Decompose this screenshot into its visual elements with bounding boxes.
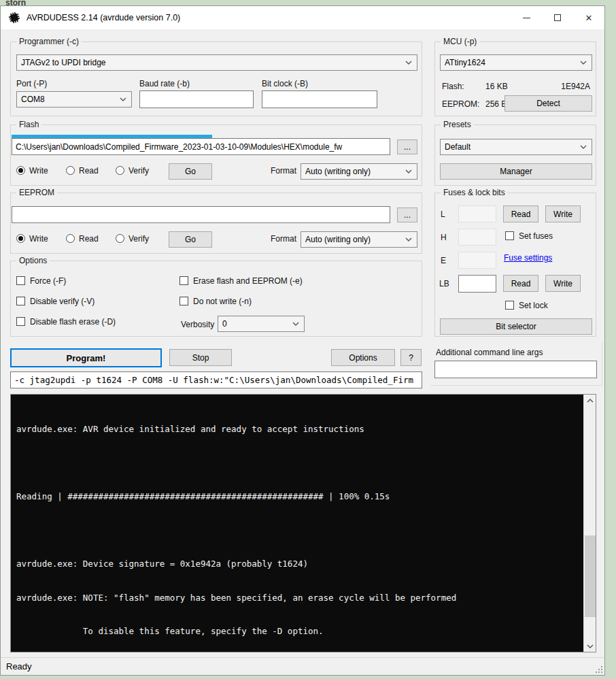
presets-select[interactable]: Default <box>440 139 592 155</box>
mcu-eeprom-size: 256 B <box>485 99 507 109</box>
bit-clock-label: Bit clock (-B) <box>262 79 308 88</box>
console-text: avrdude.exe: AVR device initialized and … <box>16 401 579 652</box>
port-select[interactable]: COM8 <box>16 91 132 107</box>
presets-legend: Presets <box>441 120 474 129</box>
lock-read-button[interactable]: Read <box>503 275 538 292</box>
do-not-write-checkbox[interactable] <box>179 297 188 305</box>
cmdline-preview-input[interactable] <box>10 371 422 388</box>
erase-flash-eeprom-label: Erase flash and EEPROM (-e) <box>193 276 303 286</box>
scrollbar-thumb[interactable] <box>585 535 596 617</box>
eeprom-read-label: Read <box>79 234 99 244</box>
programmer-select[interactable]: JTAGv2 to UPDI bridge <box>16 54 417 71</box>
resize-grip-icon[interactable] <box>596 666 602 673</box>
set-lock-checkbox[interactable] <box>505 301 514 310</box>
titlebar[interactable]: AVRDUDESS 2.14 (avrdude version 7.0) ✕ <box>1 6 604 29</box>
fuse-write-button[interactable]: Write <box>545 205 581 222</box>
chevron-up-icon <box>587 399 594 403</box>
mcu-eeprom-label: EEPROM: <box>442 99 479 109</box>
eeprom-write-label: Write <box>29 234 48 244</box>
console-line: avrdude.exe: Device signature = 0x1e942a… <box>16 559 579 570</box>
program-button[interactable]: Program! <box>10 348 162 367</box>
maximize-button[interactable] <box>542 6 573 29</box>
detect-button[interactable]: Detect <box>504 95 592 112</box>
flash-format-select[interactable]: Auto (writing only) <box>301 163 417 180</box>
status-bar: Ready <box>1 657 604 675</box>
help-button[interactable]: ? <box>400 349 422 366</box>
window-title: AVRDUDESS 2.14 (avrdude version 7.0) <box>27 13 180 22</box>
verbosity-select[interactable]: 0 <box>218 316 305 332</box>
eeprom-read-radio[interactable] <box>66 234 75 243</box>
console-line: avrdude.exe: NOTE: "flash" memory has be… <box>16 593 579 604</box>
port-label: Port (-P) <box>16 79 47 88</box>
fuse-settings-link[interactable]: Fuse settings <box>504 253 552 263</box>
disable-verify-label: Disable verify (-V) <box>30 297 95 306</box>
eeprom-legend: EEPROM <box>16 188 57 197</box>
fuse-read-button[interactable]: Read <box>503 205 538 222</box>
console-line: avrdude.exe: AVR device initialized and … <box>16 424 579 435</box>
erase-flash-eeprom-checkbox[interactable] <box>179 276 188 285</box>
status-text: Ready <box>6 661 32 672</box>
flash-file-input[interactable] <box>12 138 390 155</box>
lockbits-input[interactable] <box>458 275 496 293</box>
flash-legend: Flash <box>16 120 41 129</box>
eeprom-format-value: Auto (writing only) <box>305 235 371 244</box>
presets-group: Presets Default Manager <box>434 125 596 186</box>
mcu-select[interactable]: ATtiny1624 <box>440 54 592 71</box>
flash-verify-label: Verify <box>129 166 149 176</box>
console-output[interactable]: avrdude.exe: AVR device initialized and … <box>10 394 596 652</box>
options-group: Options Force (-F) Disable verify (-V) D… <box>10 261 422 337</box>
fuse-e-input <box>458 252 496 269</box>
flash-format-label: Format <box>271 166 296 176</box>
programmer-legend: Programmer (-c) <box>16 37 82 46</box>
eeprom-group: EEPROM ... Write Read Verify Go Format A… <box>10 193 422 254</box>
eeprom-file-input[interactable] <box>12 206 390 223</box>
bit-clock-input[interactable] <box>262 90 377 108</box>
flash-browse-button[interactable]: ... <box>397 139 417 154</box>
additional-args-input[interactable] <box>434 361 597 378</box>
mcu-signature: 1E942A <box>561 82 590 91</box>
flash-read-label: Read <box>79 166 99 176</box>
mcu-flash-label: Flash: <box>442 82 464 91</box>
bit-selector-button[interactable]: Bit selector <box>440 318 592 335</box>
fuse-e-label: E <box>441 256 446 265</box>
eeprom-browse-button[interactable]: ... <box>397 208 417 222</box>
set-fuses-checkbox[interactable] <box>505 231 514 240</box>
set-fuses-label: Set fuses <box>519 231 553 241</box>
fuses-group: Fuses & lock bits L Read Write H Set fus… <box>434 193 596 337</box>
scroll-down-button[interactable] <box>584 640 596 652</box>
do-not-write-label: Do not write (-n) <box>193 297 252 306</box>
disable-verify-checkbox[interactable] <box>16 297 25 305</box>
options-button[interactable]: Options <box>331 349 395 366</box>
avrdudess-window: AVRDUDESS 2.14 (avrdude version 7.0) ✕ P… <box>0 5 605 676</box>
console-line <box>16 525 579 537</box>
stop-button[interactable]: Stop <box>169 349 232 366</box>
flash-write-label: Write <box>29 166 48 176</box>
mcu-legend: MCU (-p) <box>441 37 479 46</box>
chevron-down-icon <box>405 61 412 65</box>
chevron-down-icon <box>587 644 594 648</box>
minimize-button[interactable] <box>511 6 542 29</box>
eeprom-write-radio[interactable] <box>16 234 25 243</box>
mcu-flash-size: 16 KB <box>485 82 508 91</box>
flash-read-radio[interactable] <box>66 166 75 175</box>
close-button[interactable]: ✕ <box>573 6 604 29</box>
eeprom-verify-radio[interactable] <box>116 234 124 243</box>
flash-write-radio[interactable] <box>16 166 25 175</box>
force-checkbox[interactable] <box>16 276 25 285</box>
options-legend: Options <box>16 256 50 265</box>
port-selected-value: COM8 <box>21 95 45 104</box>
scroll-up-button[interactable] <box>584 395 596 406</box>
baud-rate-input[interactable] <box>139 90 254 108</box>
disable-flash-erase-checkbox[interactable] <box>16 317 25 326</box>
console-line: To disable this feature, specify the -D … <box>16 626 579 637</box>
preset-manager-button[interactable]: Manager <box>440 163 592 180</box>
eeprom-go-button[interactable]: Go <box>169 231 212 248</box>
flash-verify-radio[interactable] <box>116 166 124 175</box>
console-line <box>16 458 579 469</box>
eeprom-format-select[interactable]: Auto (writing only) <box>301 231 417 248</box>
console-scrollbar[interactable] <box>583 395 596 652</box>
lock-write-button[interactable]: Write <box>545 275 581 292</box>
chevron-down-icon <box>405 169 412 173</box>
flash-go-button[interactable]: Go <box>169 163 212 180</box>
baud-rate-label: Baud rate (-b) <box>139 79 190 88</box>
